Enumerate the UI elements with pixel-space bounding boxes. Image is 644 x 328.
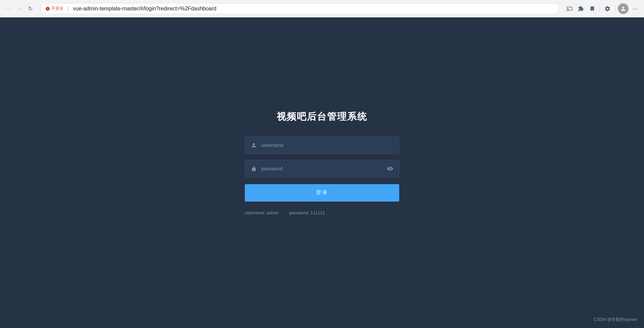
login-container: 视频吧后台管理系统 (245, 110, 399, 215)
browser-chrome: ← → ↻ 不安全 | vue-admin-template-master/#/… (0, 0, 644, 17)
toggle-password-icon[interactable] (387, 166, 394, 172)
nav-buttons: ← → ↻ (4, 4, 35, 13)
favorites-button[interactable] (588, 4, 597, 13)
hint-container: username: admin password: 111111 (245, 210, 399, 215)
password-input[interactable] (261, 166, 383, 171)
page-title: 视频吧后台管理系统 (277, 110, 367, 123)
forward-button[interactable]: → (15, 4, 24, 13)
username-input-wrapper (245, 136, 399, 154)
login-form: 登录 username: admin password: 111111 (245, 136, 399, 215)
security-label: 不安全 (51, 6, 63, 11)
warning-icon (45, 6, 50, 11)
reload-button[interactable]: ↻ (26, 4, 35, 13)
hint-username: username: admin (245, 210, 278, 215)
password-input-wrapper (245, 160, 399, 177)
browser-actions: ⋯ (565, 3, 640, 14)
back-button[interactable]: ← (4, 4, 13, 13)
lock-icon (250, 166, 257, 172)
hint-password: password: 111111 (289, 210, 325, 215)
address-separator: | (67, 6, 69, 12)
browser-divider2 (615, 5, 615, 12)
username-input[interactable] (261, 142, 394, 148)
extensions-button[interactable] (576, 4, 586, 13)
login-button[interactable]: 登录 (245, 184, 399, 202)
profile-button[interactable] (618, 3, 629, 14)
settings-button[interactable] (603, 4, 612, 13)
more-options-button[interactable]: ⋯ (631, 4, 640, 13)
browser-divider (600, 5, 600, 12)
address-bar[interactable]: 不安全 | vue-admin-template-master/#/login?… (40, 3, 559, 14)
cast-button[interactable] (565, 4, 574, 13)
security-warning: 不安全 (45, 6, 63, 11)
address-url: vue-admin-template-master/#/login?redire… (73, 6, 216, 12)
watermark: CSDN @辛勤的farmer (594, 317, 637, 323)
user-icon (250, 142, 257, 148)
page-content: 视频吧后台管理系统 (0, 17, 644, 328)
